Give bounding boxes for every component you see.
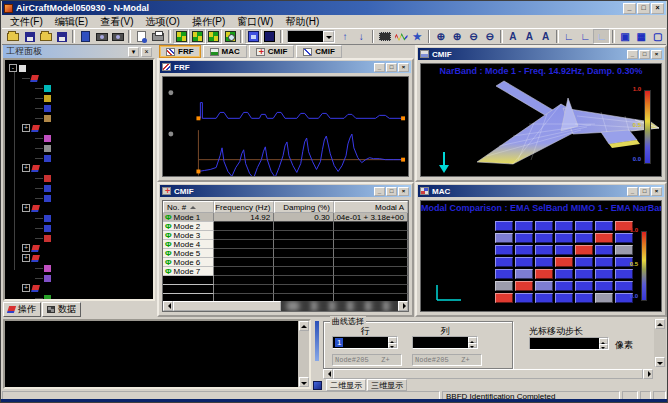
- mac-cell[interactable]: [595, 257, 613, 267]
- mac-cell[interactable]: [595, 269, 613, 279]
- move-down-icon[interactable]: ↓: [353, 29, 369, 44]
- mac-cell[interactable]: [595, 221, 613, 231]
- tree-node[interactable]: [22, 73, 153, 83]
- panel-tab-data[interactable]: 数据: [42, 302, 81, 317]
- layout-quad3-icon[interactable]: [206, 29, 222, 44]
- mdi-tab-frf[interactable]: FRF: [159, 45, 201, 58]
- step-spin-down-icon[interactable]: [599, 344, 608, 350]
- phase-trace[interactable]: [198, 103, 403, 119]
- minimize-button[interactable]: _: [627, 50, 638, 59]
- layout-preview-icon[interactable]: [222, 29, 238, 44]
- combo-dropdown-icon[interactable]: [323, 31, 334, 42]
- zoom-box-icon[interactable]: ⊕: [449, 29, 465, 44]
- tree-node[interactable]: +: [22, 243, 153, 253]
- star-icon[interactable]: ★: [409, 29, 425, 44]
- close-button[interactable]: ×: [398, 63, 409, 72]
- animation-icon[interactable]: [376, 29, 392, 44]
- tree-node[interactable]: [35, 193, 153, 203]
- table-row[interactable]: Mode 7: [163, 267, 408, 276]
- scroll-right-icon[interactable]: [398, 301, 408, 311]
- cursor-left-phase[interactable]: [196, 116, 200, 120]
- tree-node[interactable]: [35, 213, 153, 223]
- autoscale-icon[interactable]: A: [505, 29, 521, 44]
- console-scroll-down-icon[interactable]: [299, 377, 309, 387]
- mac-cell[interactable]: [615, 233, 633, 243]
- move-up-icon[interactable]: ↑: [337, 29, 353, 44]
- close-button[interactable]: ×: [398, 187, 409, 196]
- mac-cell[interactable]: [535, 281, 553, 291]
- tree-node[interactable]: +: [22, 163, 153, 173]
- col-spin-down-icon[interactable]: [468, 343, 477, 349]
- print-preview-icon[interactable]: [133, 29, 149, 44]
- mac-cell[interactable]: [495, 269, 513, 279]
- minimize-button[interactable]: _: [623, 3, 636, 14]
- scroll-left-icon[interactable]: [163, 301, 173, 311]
- scroll-track[interactable]: [281, 301, 398, 311]
- mac-cell[interactable]: [575, 269, 593, 279]
- mac-cell[interactable]: [495, 221, 513, 231]
- window-single-icon[interactable]: [245, 29, 261, 44]
- open-project-icon[interactable]: [38, 29, 54, 44]
- mac-cell[interactable]: [555, 233, 573, 243]
- mac-cell[interactable]: [595, 293, 613, 303]
- mac-cell[interactable]: [535, 221, 553, 231]
- maximize-button[interactable]: □: [386, 63, 397, 72]
- minimize-button[interactable]: _: [374, 187, 385, 196]
- panel-scroll-up-icon[interactable]: [655, 319, 665, 329]
- mac-cell[interactable]: [595, 245, 613, 255]
- close-button[interactable]: ×: [651, 187, 662, 196]
- menu-item[interactable]: 操作(P): [186, 15, 231, 29]
- panel-scroll-thumb[interactable]: [333, 369, 643, 379]
- mdi-tab-mac[interactable]: MAC: [203, 45, 247, 58]
- panel-scroll-down-icon[interactable]: [655, 357, 665, 367]
- display-tab-3d[interactable]: 三维显示: [367, 379, 407, 391]
- mac-cell[interactable]: [615, 269, 633, 279]
- mac-cell[interactable]: [515, 269, 533, 279]
- display-tab-2d[interactable]: 二维显示: [326, 379, 366, 391]
- mac-cell[interactable]: [495, 233, 513, 243]
- mac-cell[interactable]: [575, 281, 593, 291]
- menu-item[interactable]: 帮助(H): [279, 15, 325, 29]
- trace-select-combo[interactable]: [287, 30, 335, 43]
- tree-node[interactable]: [35, 113, 153, 123]
- panel-hscrollbar[interactable]: [323, 369, 653, 379]
- col-spinner[interactable]: [412, 336, 478, 349]
- panel-grip[interactable]: [315, 321, 319, 361]
- tree-expand-icon[interactable]: -: [9, 64, 17, 72]
- table-hscrollbar[interactable]: [163, 301, 408, 311]
- tree-expand-icon[interactable]: +: [22, 254, 30, 262]
- mode-shape-titlebar[interactable]: CMIF _□×: [418, 48, 664, 60]
- menu-item[interactable]: 选项(O): [139, 15, 185, 29]
- row-spin-down-icon[interactable]: [388, 343, 397, 349]
- mac-titlebar[interactable]: MAC _□×: [418, 185, 664, 197]
- close-button[interactable]: ×: [141, 47, 152, 57]
- tree-node[interactable]: [35, 143, 153, 153]
- mac-cell[interactable]: [575, 233, 593, 243]
- window-dark-icon[interactable]: [262, 29, 278, 44]
- cursor-step-spinner[interactable]: [529, 337, 609, 350]
- layout-quad2-icon[interactable]: [189, 29, 205, 44]
- maximize-button[interactable]: □: [639, 187, 650, 196]
- tree-node[interactable]: [35, 293, 153, 301]
- console-scrollbar[interactable]: [298, 321, 309, 387]
- mac-cell[interactable]: [595, 233, 613, 243]
- autoscale-x-icon[interactable]: A: [537, 29, 553, 44]
- tree-node[interactable]: +: [22, 203, 153, 213]
- mac-cell[interactable]: [535, 245, 553, 255]
- table-row[interactable]: Mode 114.920.301.04e-01 + 3.18e+00: [163, 213, 408, 222]
- magnitude-trace[interactable]: [198, 134, 403, 177]
- mac-cell[interactable]: [575, 293, 593, 303]
- cursor-single-icon[interactable]: ▣: [617, 29, 633, 44]
- menu-item[interactable]: 编辑(E): [49, 15, 94, 29]
- cursor-left-mag[interactable]: [196, 169, 200, 173]
- layout-quad-icon[interactable]: [173, 29, 189, 44]
- zoom-out-icon[interactable]: ⊖: [465, 29, 481, 44]
- axes-db-icon[interactable]: ∟: [593, 29, 609, 44]
- column-header[interactable]: Modal A: [334, 201, 408, 213]
- table-row[interactable]: Mode 4: [163, 240, 408, 249]
- mac-cell[interactable]: [515, 281, 533, 291]
- mac-cell[interactable]: [515, 293, 533, 303]
- panel-scroll-left-icon[interactable]: [323, 369, 333, 379]
- panel-tab-operate[interactable]: 操作: [3, 302, 41, 317]
- console-output[interactable]: [3, 319, 311, 389]
